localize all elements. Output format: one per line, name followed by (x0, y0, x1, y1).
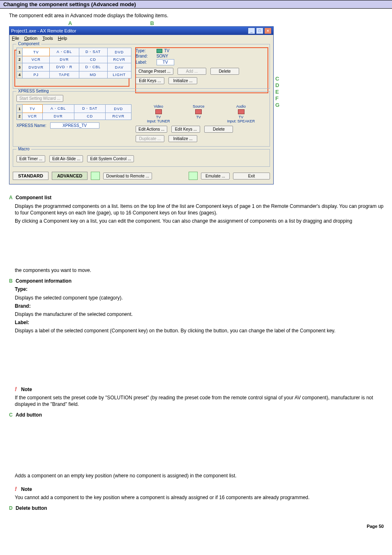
b-type-d: Displays the selected component type (ca… (9, 295, 387, 301)
edit-timer-button[interactable]: Edit Timer ... (16, 155, 45, 162)
section-d-head: D Delete button (9, 505, 387, 511)
label-button[interactable]: TV (157, 59, 174, 65)
tv-icon (157, 49, 162, 53)
letter-d: D (9, 505, 13, 511)
component-key[interactable]: D・SAT (79, 48, 107, 56)
label-label: Label: (136, 60, 155, 64)
component-key[interactable]: PJ (23, 71, 50, 78)
group-xpress-legend: XPRESS Setting (16, 89, 50, 93)
add-button[interactable]: Add ... (178, 68, 206, 75)
duplicate-button[interactable]: Duplicate ... (136, 135, 164, 142)
component-key[interactable]: VCR (23, 56, 50, 63)
c-note-head: ! Note (9, 485, 387, 493)
row-idx: 4 (17, 71, 23, 78)
section-b-head: B Component information (9, 278, 387, 284)
callout-e: E (274, 89, 279, 95)
component-key[interactable]: D・CBL (79, 63, 107, 71)
emulate-button[interactable]: Emulate ... (201, 173, 230, 180)
edit-actions-button[interactable]: Edit Actions ... (136, 126, 167, 133)
edit-syscontrol-button[interactable]: Edit System Control ... (87, 155, 134, 162)
xpress-key[interactable]: TV (23, 105, 43, 113)
b-note-head: ! Note (9, 385, 387, 393)
component-key[interactable]: TAPE (50, 71, 79, 78)
tv-icon (238, 109, 244, 114)
component-key[interactable]: DAV (107, 63, 131, 71)
xpress-key[interactable]: CD (74, 113, 106, 120)
b-type-k: Type: (15, 286, 28, 292)
xpress-initialize-button[interactable]: Initialize ... (168, 135, 197, 142)
xpress-edit-keys-button[interactable]: Edit Keys ... (171, 126, 200, 133)
avs-input-tuner: Input: TUNER (147, 119, 170, 123)
start-wizard-button[interactable]: Start Setting Wizard ... (16, 95, 63, 102)
letter-c: C (9, 412, 13, 418)
section-a-title: Component list (16, 195, 51, 200)
avs-input-speaker: Input: SPEAKER (227, 119, 255, 123)
menu-tools[interactable]: Tools (42, 36, 53, 41)
wizard-icon[interactable] (91, 172, 100, 180)
menu-help[interactable]: Help (58, 36, 67, 41)
avs-audio-label: Audio (227, 104, 255, 108)
xpress-name-field[interactable]: XPRESS_TV (50, 122, 99, 129)
component-key[interactable]: RCVR (107, 56, 131, 63)
b-note-d: If the component sets the preset code by… (9, 394, 387, 408)
c-note-title: Note (21, 486, 32, 492)
row-idx: 3 (17, 63, 23, 71)
xpress-key[interactable]: D・SAT (74, 105, 106, 113)
component-key[interactable]: DVDVR (23, 63, 50, 71)
component-key[interactable]: TV (23, 48, 50, 56)
bottom-bar: STANDARD ADVANCED Download to Remote ...… (9, 169, 273, 184)
exit-button[interactable]: Exit (233, 173, 270, 180)
tab-advanced[interactable]: ADVANCED (52, 172, 88, 180)
menu-file[interactable]: File (12, 36, 19, 41)
callout-f: F (274, 95, 279, 102)
brand-value: SONY (157, 54, 168, 58)
type-value: TV (164, 48, 169, 53)
component-key[interactable]: DVD (107, 48, 131, 56)
close-icon[interactable]: × (264, 28, 272, 34)
maximize-icon[interactable]: □ (256, 28, 263, 34)
download-button[interactable]: Download to Remote ... (103, 173, 152, 180)
section-b-title: Component information (16, 278, 71, 284)
xpress-name-label: XPRESS Name: (16, 123, 46, 128)
delete-button[interactable]: Delete (210, 68, 239, 75)
xpress-delete-button[interactable]: Delete (204, 126, 233, 133)
avs-source-label: Source (193, 104, 205, 108)
group-xpress: XPRESS Setting Start Setting Wizard ... … (13, 91, 270, 147)
section-c-title: Add button (16, 412, 42, 418)
callout-a: A (68, 20, 72, 26)
edit-keys-button[interactable]: Edit Keys ... (136, 77, 164, 84)
component-key[interactable]: MD (79, 71, 107, 78)
group-component: Component 1 TV A・CBL D・SAT DVD 2 VCR (13, 44, 270, 89)
initialize-button[interactable]: Initialize ... (168, 77, 197, 84)
avs-video-label: Video (147, 104, 170, 108)
xpress-key[interactable]: VCR (23, 113, 43, 120)
component-key[interactable]: DVD・R (50, 63, 79, 71)
xpress-key[interactable]: RCVR (106, 113, 131, 120)
component-grid: 1 TV A・CBL D・SAT DVD 2 VCR DVR CD RCVR (16, 48, 131, 78)
xpress-key[interactable]: A・CBL (42, 105, 74, 113)
minimize-icon[interactable]: _ (248, 28, 255, 34)
change-preset-button[interactable]: Change Preset ... (136, 68, 173, 75)
brand-label: Brand: (136, 54, 155, 58)
remote-icon (189, 172, 198, 180)
section-a-p3: the components you want to move. (9, 267, 387, 274)
row-idx: 1 (17, 48, 23, 56)
xpress-key[interactable]: DVR (42, 113, 74, 120)
component-key[interactable]: A・CBL (50, 48, 79, 56)
b-brand-k: Brand: (15, 303, 31, 309)
component-key[interactable]: CD (79, 56, 107, 63)
callout-row-top: A B (0, 20, 392, 26)
warning-icon: ! (15, 385, 18, 391)
tab-standard[interactable]: STANDARD (13, 172, 48, 180)
window-titlebar: Project1.axe - AX Remote Editor _ □ × (9, 27, 273, 35)
component-key[interactable]: DVR (50, 56, 79, 63)
menu-option[interactable]: Option (24, 36, 37, 41)
edit-airslide-button[interactable]: Edit Air-Slide ... (49, 155, 83, 162)
b-label-d: Displays a label of the selected compone… (9, 327, 387, 334)
app-window: Project1.axe - AX Remote Editor _ □ × Fi… (9, 26, 274, 184)
xpress-key[interactable]: DVD (106, 105, 131, 113)
group-component-legend: Component (16, 41, 41, 46)
section-c-head: C Add button (9, 412, 387, 418)
component-key[interactable]: LIGHT (107, 71, 131, 78)
b-note-title: Note (21, 387, 32, 392)
